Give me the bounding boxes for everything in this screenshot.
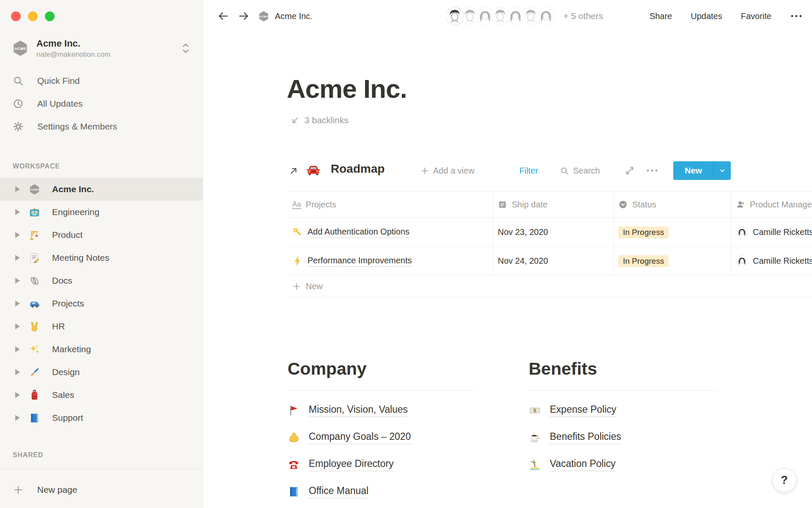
- project-cell[interactable]: Add Authentication Options: [288, 218, 493, 246]
- acme-logo: [12, 40, 29, 57]
- paintbrush-icon: [29, 367, 40, 378]
- table-row[interactable]: Performance Improvements Nov 24, 2020 In…: [288, 247, 812, 276]
- expand-icon[interactable]: [625, 166, 634, 175]
- expand-toggle-icon[interactable]: [15, 232, 20, 238]
- page-label: Docs: [52, 276, 72, 286]
- updates-button[interactable]: Updates: [691, 11, 722, 21]
- backlinks-button[interactable]: 3 backlinks: [290, 115, 348, 125]
- expand-toggle-icon[interactable]: [15, 278, 20, 284]
- expand-toggle-icon[interactable]: [15, 392, 20, 398]
- column-label: Ship date: [512, 200, 548, 210]
- back-arrow-icon[interactable]: [217, 10, 229, 22]
- sidebar-page-marketing[interactable]: Marketing: [0, 338, 203, 361]
- ship-date-cell[interactable]: Nov 23, 2020: [493, 218, 614, 246]
- owner-cell[interactable]: Camille Ricketts: [731, 218, 812, 246]
- project-link[interactable]: Performance Improvements: [307, 256, 412, 267]
- new-item-button[interactable]: New: [673, 161, 731, 180]
- column-header-product-manager[interactable]: Product Manager: [731, 191, 812, 218]
- section-divider: [529, 390, 716, 391]
- new-item-dropdown[interactable]: [714, 161, 731, 180]
- page-link-label: Vacation Policy: [550, 458, 616, 471]
- sparkles-icon: [29, 344, 40, 355]
- page-label: Support: [52, 413, 83, 423]
- page-link-expense-policy[interactable]: $ Expense Policy: [529, 397, 728, 424]
- collection-more-icon[interactable]: [646, 168, 658, 174]
- page-label: Meeting Notes: [52, 253, 109, 263]
- section-divider: [288, 390, 475, 391]
- topbar-actions: Share Updates Favorite: [650, 0, 803, 32]
- owner-cell[interactable]: Camille Ricketts: [731, 247, 812, 275]
- expand-toggle-icon[interactable]: [15, 186, 20, 192]
- plus-icon: [13, 484, 24, 495]
- status-cell[interactable]: In Progress: [614, 247, 731, 275]
- breadcrumb[interactable]: Acme Inc.: [258, 0, 313, 32]
- sidebar-page-sales[interactable]: Sales: [0, 384, 203, 406]
- forward-arrow-icon[interactable]: [238, 10, 250, 22]
- page-link-company-goals[interactable]: Company Goals – 2020: [288, 424, 487, 451]
- column-header-status[interactable]: Status: [614, 191, 731, 218]
- more-options-icon[interactable]: [790, 11, 803, 21]
- table-row[interactable]: Add Authentication Options Nov 23, 2020 …: [288, 218, 812, 247]
- workspace-page-tree: Acme Inc. Engineering: [0, 178, 203, 429]
- page-link-vacation-policy[interactable]: Vacation Policy: [529, 451, 728, 478]
- favorite-button[interactable]: Favorite: [741, 11, 771, 21]
- page-link-mission-vision-values[interactable]: Mission, Vision, Values: [288, 397, 487, 424]
- sidebar-page-hr[interactable]: HR: [0, 315, 203, 338]
- page-link-office-manual[interactable]: Office Manual: [288, 478, 487, 505]
- flag-icon: [288, 404, 300, 417]
- table-new-row-button[interactable]: New: [288, 276, 812, 297]
- calendar-icon: [498, 200, 507, 209]
- sidebar-item-all-updates[interactable]: All Updates: [0, 92, 203, 115]
- sidebar-page-meeting-notes[interactable]: Meeting Notes: [0, 246, 203, 269]
- sidebar-page-support[interactable]: Support: [0, 406, 203, 429]
- avatar-overflow-count[interactable]: + 5 others: [563, 0, 603, 32]
- collection-title[interactable]: Roadmap: [331, 162, 385, 176]
- chevron-up-down-icon[interactable]: [180, 42, 191, 55]
- sidebar-item-settings-members[interactable]: Settings & Members: [0, 115, 203, 138]
- sidebar-page-design[interactable]: Design: [0, 361, 203, 384]
- minimize-window-button[interactable]: [28, 11, 38, 21]
- breadcrumb-page-title: Acme Inc.: [275, 11, 313, 21]
- page-link-employee-directory[interactable]: Employee Directory: [288, 451, 487, 478]
- status-cell[interactable]: In Progress: [614, 218, 731, 246]
- sidebar-page-acme-inc[interactable]: Acme Inc.: [0, 178, 203, 201]
- page-link-benefits-policies[interactable]: Benefits Policies: [529, 424, 728, 451]
- expand-toggle-icon[interactable]: [15, 323, 20, 329]
- section-title: Company: [288, 358, 487, 379]
- sidebar-item-quick-find[interactable]: Quick Find: [0, 69, 203, 92]
- workspace-switcher[interactable]: Acme Inc. nate@makenotion.com: [6, 36, 197, 61]
- expand-toggle-icon[interactable]: [15, 369, 20, 375]
- sidebar-page-engineering[interactable]: Engineering: [0, 201, 203, 224]
- status-badge: In Progress: [618, 255, 669, 267]
- expand-toggle-icon[interactable]: [15, 209, 20, 215]
- close-window-button[interactable]: [11, 11, 21, 21]
- expand-toggle-icon[interactable]: [15, 301, 20, 306]
- filter-button[interactable]: Filter: [519, 160, 538, 181]
- expand-toggle-icon[interactable]: [15, 415, 20, 421]
- column-header-projects[interactable]: Aa Projects: [288, 191, 493, 218]
- new-row-label: New: [306, 282, 323, 291]
- ship-date-cell[interactable]: Nov 24, 2020: [493, 247, 614, 275]
- project-cell[interactable]: Performance Improvements: [288, 247, 493, 275]
- open-as-page-icon[interactable]: [288, 166, 299, 176]
- collection-search-button[interactable]: Search: [560, 160, 600, 181]
- expand-toggle-icon[interactable]: [15, 346, 20, 352]
- zoom-window-button[interactable]: [45, 11, 55, 21]
- sidebar-page-docs[interactable]: Docs: [0, 269, 203, 292]
- share-button[interactable]: Share: [650, 11, 672, 21]
- new-page-button[interactable]: New page: [0, 476, 203, 504]
- expand-toggle-icon[interactable]: [15, 255, 20, 261]
- project-link[interactable]: Add Authentication Options: [307, 227, 409, 238]
- ship-date-value: Nov 23, 2020: [498, 227, 548, 237]
- workspace-email: nate@makenotion.com: [36, 50, 110, 59]
- viewer-avatars[interactable]: [445, 7, 555, 25]
- topbar: Acme Inc. + 5 others Share Updates Favor…: [203, 0, 812, 32]
- column-header-ship-date[interactable]: Ship date: [493, 191, 614, 218]
- sidebar-page-projects[interactable]: Projects: [0, 292, 203, 315]
- help-button[interactable]: ?: [772, 468, 796, 492]
- ship-date-value: Nov 24, 2020: [498, 256, 548, 266]
- victory-hand-icon: [29, 321, 40, 332]
- add-view-button[interactable]: Add a view: [420, 160, 475, 181]
- roadmap-table: Aa Projects Ship date Status: [288, 191, 812, 297]
- sidebar-page-product[interactable]: Product: [0, 224, 203, 246]
